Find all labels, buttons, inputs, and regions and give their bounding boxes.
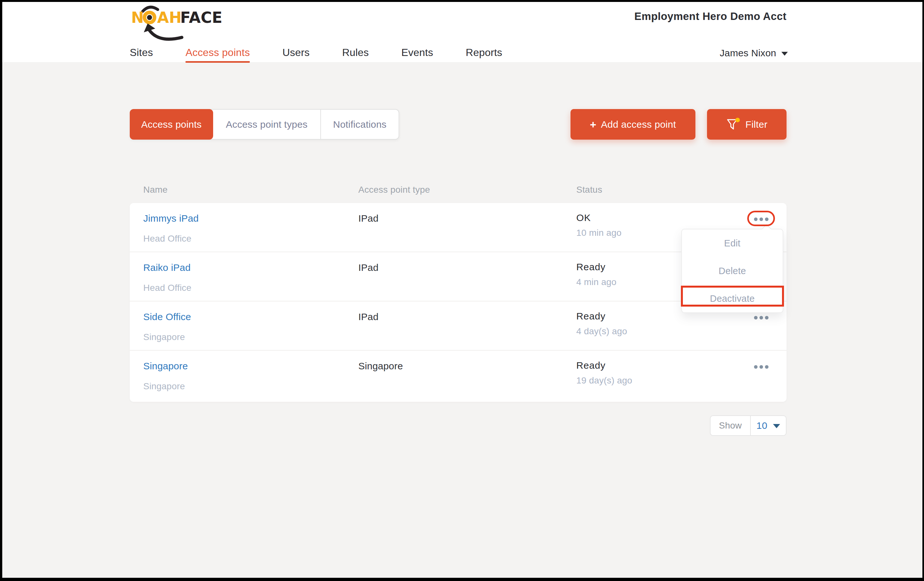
chevron-down-icon: [773, 424, 780, 428]
app-viewport: N AH FACE Employment Hero Demo Acct Site…: [2, 2, 922, 578]
user-menu-label: James Nixon: [719, 48, 776, 59]
nav-item-reports[interactable]: Reports: [466, 46, 502, 59]
column-header-name: Name: [143, 185, 168, 195]
access-point-name-link[interactable]: Side Office: [143, 311, 191, 323]
row-actions-menu-button[interactable]: [754, 314, 769, 321]
nav-item-access-points[interactable]: Access points: [185, 46, 250, 59]
nav-item-users[interactable]: Users: [282, 46, 310, 59]
add-access-point-button[interactable]: + Add access point: [571, 109, 695, 140]
menu-item-edit[interactable]: Edit: [682, 229, 783, 257]
access-point-status: Ready: [576, 311, 606, 322]
annotation-box-deactivate: [681, 286, 784, 306]
tab-access-points[interactable]: Access points: [130, 109, 213, 140]
show-label: Show: [711, 416, 751, 435]
access-point-last-seen: 4 day(s) ago: [576, 326, 627, 336]
access-point-name-link[interactable]: Raiko iPad: [143, 262, 191, 273]
access-point-name-link[interactable]: Singapore: [143, 360, 188, 372]
filter-funnel-icon: [726, 117, 740, 132]
nav-item-events[interactable]: Events: [401, 46, 433, 59]
svg-text:FACE: FACE: [180, 9, 223, 26]
nav-item-sites[interactable]: Sites: [130, 46, 153, 59]
tab-access-point-types[interactable]: Access point types: [213, 109, 320, 140]
access-point-site: Head Office: [143, 234, 191, 244]
logo-eye-pupil: [147, 15, 152, 20]
account-title: Employment Hero Demo Acct: [634, 10, 787, 23]
access-point-type: IPad: [358, 311, 379, 323]
noahface-logo: N AH FACE: [128, 5, 224, 43]
access-point-status: Ready: [576, 262, 606, 273]
column-header-type: Access point type: [358, 185, 430, 195]
access-point-site: Singapore: [143, 332, 185, 342]
column-header-status: Status: [576, 185, 602, 195]
filter-label: Filter: [745, 119, 767, 130]
svg-text:N: N: [131, 9, 144, 26]
page-size-dropdown[interactable]: 10: [751, 416, 786, 435]
access-point-status: Ready: [576, 360, 606, 371]
filter-button[interactable]: Filter: [707, 109, 787, 140]
filter-active-badge: [735, 118, 740, 122]
access-point-site: Head Office: [143, 283, 191, 293]
row-actions-menu-button[interactable]: [754, 363, 769, 370]
page-size-control: Show 10: [710, 415, 787, 436]
tab-notifications[interactable]: Notifications: [320, 109, 399, 140]
access-point-last-seen: 4 min ago: [576, 277, 617, 287]
table-row: Singapore Singapore Singapore Ready 19 d…: [130, 351, 787, 400]
logo-swoosh: [149, 31, 182, 39]
access-point-site: Singapore: [143, 381, 185, 392]
user-menu[interactable]: James Nixon: [719, 48, 788, 59]
table-column-headers: Name Access point type Status: [130, 185, 787, 196]
nav-item-rules[interactable]: Rules: [342, 46, 369, 59]
view-tab-group: Access points Access point types Notific…: [130, 109, 399, 140]
plus-icon: +: [590, 119, 596, 130]
menu-item-delete[interactable]: Delete: [682, 257, 783, 285]
access-point-type: IPad: [358, 213, 379, 224]
annotation-circle-actions-button: [747, 211, 775, 226]
page-size-value: 10: [757, 420, 767, 431]
top-bar: N AH FACE Employment Hero Demo Acct Site…: [2, 2, 922, 62]
access-point-type: Singapore: [358, 360, 403, 372]
access-point-type: IPad: [358, 262, 379, 273]
add-access-point-label: Add access point: [601, 119, 676, 130]
access-point-status: OK: [576, 212, 591, 223]
access-point-last-seen: 19 day(s) ago: [576, 375, 632, 386]
main-nav: Sites Access points Users Rules Events R…: [130, 46, 535, 59]
access-point-name-link[interactable]: Jimmys iPad: [143, 213, 199, 224]
svg-text:AH: AH: [157, 9, 182, 26]
access-point-last-seen: 10 min ago: [576, 228, 622, 238]
chevron-down-icon: [781, 52, 788, 56]
